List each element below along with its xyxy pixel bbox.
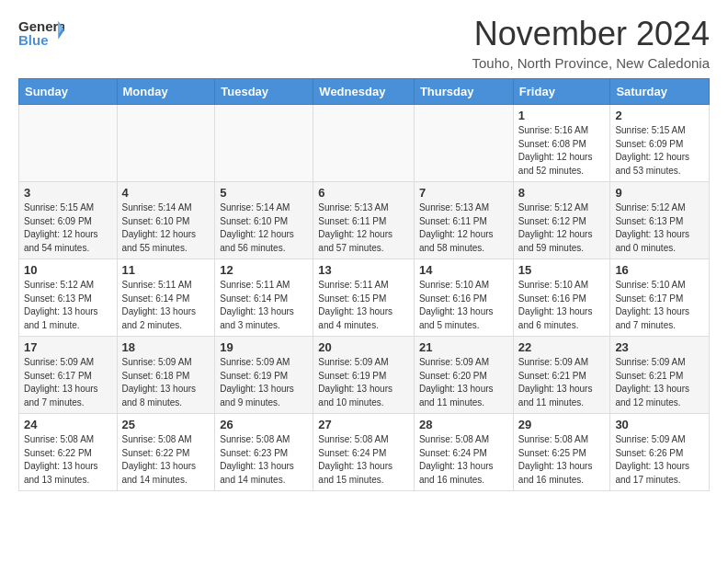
calendar-cell: 18Sunrise: 5:09 AM Sunset: 6:18 PM Dayli… xyxy=(117,337,215,414)
day-info: Sunrise: 5:09 AM Sunset: 6:19 PM Dayligh… xyxy=(318,356,409,409)
calendar-cell: 11Sunrise: 5:11 AM Sunset: 6:14 PM Dayli… xyxy=(117,259,215,337)
day-number: 10 xyxy=(24,263,112,277)
day-number: 25 xyxy=(122,418,210,431)
day-number: 17 xyxy=(24,340,112,354)
calendar-cell: 19Sunrise: 5:09 AM Sunset: 6:19 PM Dayli… xyxy=(215,337,313,414)
calendar-cell: 23Sunrise: 5:09 AM Sunset: 6:21 PM Dayli… xyxy=(610,337,710,414)
calendar-cell: 15Sunrise: 5:10 AM Sunset: 6:16 PM Dayli… xyxy=(513,259,610,337)
calendar-cell: 20Sunrise: 5:09 AM Sunset: 6:19 PM Dayli… xyxy=(313,337,415,414)
day-info: Sunrise: 5:08 AM Sunset: 6:22 PM Dayligh… xyxy=(24,433,112,487)
day-info: Sunrise: 5:08 AM Sunset: 6:23 PM Dayligh… xyxy=(220,433,308,487)
day-number: 14 xyxy=(419,263,508,277)
calendar-cell: 22Sunrise: 5:09 AM Sunset: 6:21 PM Dayli… xyxy=(513,337,610,414)
calendar-cell: 5Sunrise: 5:14 AM Sunset: 6:10 PM Daylig… xyxy=(215,182,313,259)
weekday-header-tuesday: Tuesday xyxy=(215,79,313,105)
calendar-cell: 3Sunrise: 5:15 AM Sunset: 6:09 PM Daylig… xyxy=(19,182,118,259)
day-info: Sunrise: 5:13 AM Sunset: 6:11 PM Dayligh… xyxy=(318,201,409,255)
day-number: 8 xyxy=(518,186,606,200)
weekday-header-monday: Monday xyxy=(117,79,215,105)
calendar-cell xyxy=(414,105,513,182)
day-number: 15 xyxy=(518,263,606,277)
calendar-cell: 16Sunrise: 5:10 AM Sunset: 6:17 PM Dayli… xyxy=(610,259,710,337)
calendar-cell xyxy=(117,105,215,182)
weekday-header-thursday: Thursday xyxy=(414,79,513,105)
day-info: Sunrise: 5:12 AM Sunset: 6:12 PM Dayligh… xyxy=(518,201,606,255)
day-number: 5 xyxy=(220,186,308,200)
calendar-cell: 1Sunrise: 5:16 AM Sunset: 6:08 PM Daylig… xyxy=(513,105,610,182)
day-info: Sunrise: 5:09 AM Sunset: 6:18 PM Dayligh… xyxy=(122,356,210,409)
day-number: 21 xyxy=(419,340,508,354)
day-number: 4 xyxy=(122,186,210,200)
day-info: Sunrise: 5:16 AM Sunset: 6:08 PM Dayligh… xyxy=(518,124,606,178)
calendar-cell: 17Sunrise: 5:09 AM Sunset: 6:17 PM Dayli… xyxy=(19,337,118,414)
day-number: 24 xyxy=(24,418,112,431)
weekday-header-friday: Friday xyxy=(513,79,610,105)
day-number: 28 xyxy=(419,418,508,431)
day-info: Sunrise: 5:11 AM Sunset: 6:14 PM Dayligh… xyxy=(122,279,210,332)
logo-icon: General Blue xyxy=(18,15,64,52)
day-number: 27 xyxy=(318,418,409,431)
day-info: Sunrise: 5:12 AM Sunset: 6:13 PM Dayligh… xyxy=(24,279,112,332)
day-info: Sunrise: 5:09 AM Sunset: 6:20 PM Dayligh… xyxy=(419,356,508,409)
calendar-cell: 2Sunrise: 5:15 AM Sunset: 6:09 PM Daylig… xyxy=(610,105,710,182)
calendar-cell: 27Sunrise: 5:08 AM Sunset: 6:24 PM Dayli… xyxy=(313,414,415,491)
calendar-cell: 25Sunrise: 5:08 AM Sunset: 6:22 PM Dayli… xyxy=(117,414,215,491)
day-info: Sunrise: 5:09 AM Sunset: 6:21 PM Dayligh… xyxy=(518,356,606,409)
calendar-cell xyxy=(19,105,118,182)
day-number: 16 xyxy=(615,263,704,277)
logo: General Blue xyxy=(18,15,64,52)
calendar-cell: 21Sunrise: 5:09 AM Sunset: 6:20 PM Dayli… xyxy=(414,337,513,414)
day-info: Sunrise: 5:14 AM Sunset: 6:10 PM Dayligh… xyxy=(122,201,210,255)
day-number: 30 xyxy=(615,418,704,431)
calendar-cell: 12Sunrise: 5:11 AM Sunset: 6:14 PM Dayli… xyxy=(215,259,313,337)
calendar-cell: 26Sunrise: 5:08 AM Sunset: 6:23 PM Dayli… xyxy=(215,414,313,491)
day-info: Sunrise: 5:09 AM Sunset: 6:26 PM Dayligh… xyxy=(615,433,704,487)
day-info: Sunrise: 5:09 AM Sunset: 6:21 PM Dayligh… xyxy=(615,356,704,409)
day-info: Sunrise: 5:09 AM Sunset: 6:19 PM Dayligh… xyxy=(220,356,308,409)
day-info: Sunrise: 5:10 AM Sunset: 6:17 PM Dayligh… xyxy=(615,279,704,332)
day-info: Sunrise: 5:08 AM Sunset: 6:24 PM Dayligh… xyxy=(419,433,508,487)
day-number: 9 xyxy=(615,186,704,200)
calendar-cell: 9Sunrise: 5:12 AM Sunset: 6:13 PM Daylig… xyxy=(610,182,710,259)
calendar-cell: 8Sunrise: 5:12 AM Sunset: 6:12 PM Daylig… xyxy=(513,182,610,259)
calendar-cell: 10Sunrise: 5:12 AM Sunset: 6:13 PM Dayli… xyxy=(19,259,118,337)
calendar-cell: 14Sunrise: 5:10 AM Sunset: 6:16 PM Dayli… xyxy=(414,259,513,337)
day-number: 11 xyxy=(122,263,210,277)
day-info: Sunrise: 5:08 AM Sunset: 6:24 PM Dayligh… xyxy=(318,433,409,487)
day-number: 6 xyxy=(318,186,409,200)
day-number: 2 xyxy=(615,109,704,122)
weekday-header-sunday: Sunday xyxy=(19,79,118,105)
day-number: 20 xyxy=(318,340,409,354)
day-number: 12 xyxy=(220,263,308,277)
calendar-cell: 28Sunrise: 5:08 AM Sunset: 6:24 PM Dayli… xyxy=(414,414,513,491)
day-info: Sunrise: 5:14 AM Sunset: 6:10 PM Dayligh… xyxy=(220,201,308,255)
day-number: 3 xyxy=(24,186,112,200)
day-number: 1 xyxy=(518,109,606,122)
calendar-cell: 6Sunrise: 5:13 AM Sunset: 6:11 PM Daylig… xyxy=(313,182,415,259)
svg-text:Blue: Blue xyxy=(18,32,49,48)
calendar-cell: 13Sunrise: 5:11 AM Sunset: 6:15 PM Dayli… xyxy=(313,259,415,337)
day-number: 7 xyxy=(419,186,508,200)
weekday-header-wednesday: Wednesday xyxy=(313,79,415,105)
calendar-cell: 30Sunrise: 5:09 AM Sunset: 6:26 PM Dayli… xyxy=(610,414,710,491)
day-number: 26 xyxy=(220,418,308,431)
calendar-cell: 7Sunrise: 5:13 AM Sunset: 6:11 PM Daylig… xyxy=(414,182,513,259)
day-info: Sunrise: 5:11 AM Sunset: 6:14 PM Dayligh… xyxy=(220,279,308,332)
day-number: 23 xyxy=(615,340,704,354)
calendar-table: SundayMondayTuesdayWednesdayThursdayFrid… xyxy=(18,78,710,491)
day-info: Sunrise: 5:10 AM Sunset: 6:16 PM Dayligh… xyxy=(518,279,606,332)
location: Touho, North Province, New Caledonia xyxy=(472,55,710,71)
calendar-cell xyxy=(215,105,313,182)
calendar-cell: 24Sunrise: 5:08 AM Sunset: 6:22 PM Dayli… xyxy=(19,414,118,491)
day-info: Sunrise: 5:12 AM Sunset: 6:13 PM Dayligh… xyxy=(615,201,704,255)
day-info: Sunrise: 5:13 AM Sunset: 6:11 PM Dayligh… xyxy=(419,201,508,255)
day-info: Sunrise: 5:15 AM Sunset: 6:09 PM Dayligh… xyxy=(615,124,704,178)
weekday-header-saturday: Saturday xyxy=(610,79,710,105)
day-number: 18 xyxy=(122,340,210,354)
day-info: Sunrise: 5:11 AM Sunset: 6:15 PM Dayligh… xyxy=(318,279,409,332)
calendar-cell: 4Sunrise: 5:14 AM Sunset: 6:10 PM Daylig… xyxy=(117,182,215,259)
day-info: Sunrise: 5:10 AM Sunset: 6:16 PM Dayligh… xyxy=(419,279,508,332)
day-info: Sunrise: 5:09 AM Sunset: 6:17 PM Dayligh… xyxy=(24,356,112,409)
day-number: 13 xyxy=(318,263,409,277)
title-area: November 2024 Touho, North Province, New… xyxy=(472,15,710,71)
